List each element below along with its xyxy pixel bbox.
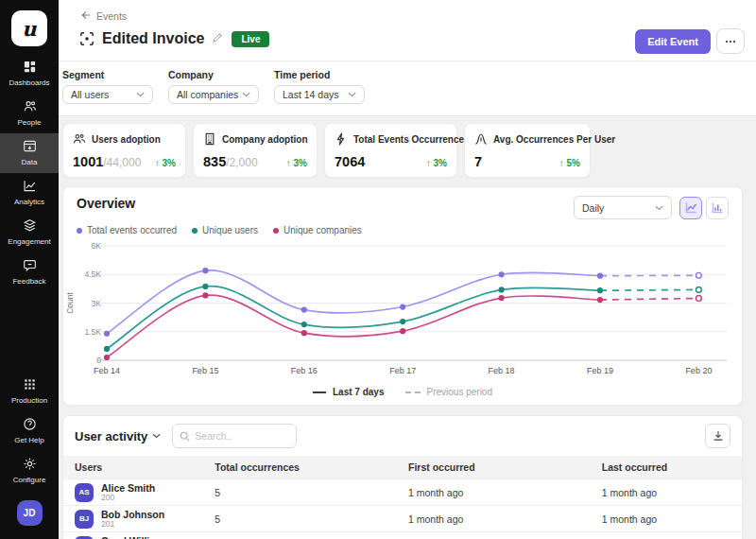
svg-text:3K: 3K xyxy=(92,299,102,308)
user-activity-title: User activity xyxy=(75,429,147,443)
search-icon xyxy=(180,431,190,442)
chat-bubble-icon xyxy=(23,258,37,274)
sidebar-nav: Dashboards People Data Analytics Engagem… xyxy=(0,54,59,292)
chevron-down-icon xyxy=(152,433,161,439)
arrow-up-icon: ↑ xyxy=(155,158,160,168)
sidebar-item-engagement[interactable]: Engagement xyxy=(0,213,59,252)
chevron-down-icon xyxy=(655,205,663,211)
svg-text:Feb 15: Feb 15 xyxy=(192,366,218,375)
bar-chart-icon xyxy=(712,201,724,214)
sidebar-item-get-help[interactable]: Get Help xyxy=(0,411,59,451)
legend-dot xyxy=(273,228,279,234)
back-to-events[interactable]: Events xyxy=(79,9,743,23)
stat-card-total-events: Total Events Occurrence 7064 ↑ 3% xyxy=(324,123,457,178)
sidebar-item-dashboards[interactable]: Dashboards xyxy=(0,54,59,94)
cell-occurrences: 5 xyxy=(215,513,408,525)
sidebar-item-analytics[interactable]: Analytics xyxy=(0,173,59,213)
time-period-select[interactable]: Last 14 days xyxy=(274,85,365,104)
cell-first-occurred: 1 month ago xyxy=(408,513,602,525)
edit-title-icon[interactable] xyxy=(212,30,224,47)
stat-value: 7064 xyxy=(335,154,365,169)
sidebar-item-feedback[interactable]: Feedback xyxy=(0,252,59,292)
company-select-value: All companies xyxy=(177,89,238,100)
svg-text:Feb 19: Feb 19 xyxy=(587,366,613,375)
user-activity-table: Users Total occurrences First occurred L… xyxy=(63,456,742,539)
legend-item: Unique users xyxy=(192,225,258,235)
bar-chart-toggle[interactable] xyxy=(706,197,729,219)
legend-item: Total events occurred xyxy=(77,225,177,235)
grid-dots-icon xyxy=(23,377,37,393)
table-row[interactable]: CW Carol Williams202 5 1 month ago 1 mon… xyxy=(63,531,742,539)
download-button[interactable] xyxy=(705,424,730,448)
sidebar-item-label: People xyxy=(18,118,42,127)
arrow-up-icon: ↑ xyxy=(559,158,564,168)
svg-text:Feb 20: Feb 20 xyxy=(685,366,712,375)
line-chart-toggle[interactable] xyxy=(679,197,702,219)
status-badge: Live xyxy=(232,31,269,47)
company-filter-label: Company xyxy=(168,69,259,80)
sidebar-item-label: Production xyxy=(11,396,47,405)
sidebar-bottom-nav: Production Get Help Configure xyxy=(0,372,59,491)
chevron-down-icon xyxy=(136,92,145,97)
more-options-button[interactable] xyxy=(716,28,745,54)
people-icon xyxy=(23,99,37,115)
user-activity-selector[interactable]: User activity xyxy=(75,429,161,443)
granularity-select[interactable]: Daily xyxy=(574,196,672,219)
page-header: Events Edited Invoice Live Edit Event xyxy=(59,0,756,61)
app-logo[interactable]: u xyxy=(11,10,47,46)
search-input[interactable] xyxy=(195,430,289,442)
stat-denominator: /44,000 xyxy=(103,156,141,169)
arrow-up-icon: ↑ xyxy=(426,158,431,168)
building-icon xyxy=(203,132,216,146)
svg-text:Feb 18: Feb 18 xyxy=(489,366,515,375)
user-id: 201 xyxy=(101,520,164,529)
time-period-select-value: Last 14 days xyxy=(283,89,339,100)
table-row[interactable]: BJ Bob Johnson201 5 1 month ago 1 month … xyxy=(63,505,742,531)
segment-select-value: All users xyxy=(71,89,109,100)
svg-text:Feb 14: Feb 14 xyxy=(94,366,120,375)
filter-bar: Segment All users Company All companies … xyxy=(59,61,756,116)
sidebar-item-label: Dashboards xyxy=(9,78,49,87)
chart-legend: Total events occurred Unique users Uniqu… xyxy=(63,219,742,237)
user-avatar[interactable]: JD xyxy=(17,500,43,526)
back-label: Events xyxy=(96,10,127,22)
svg-text:Feb 17: Feb 17 xyxy=(389,366,416,375)
cell-occurrences: 5 xyxy=(215,487,408,498)
user-name: Carol Williams xyxy=(101,535,169,539)
sidebar-item-label: Data xyxy=(22,158,38,166)
stat-card-avg-occurrences: Avg. Occurrences Per User 7 ↑ 5% xyxy=(464,123,591,178)
segment-select[interactable]: All users xyxy=(62,85,153,104)
svg-text:6K: 6K xyxy=(92,241,102,251)
users-group-icon xyxy=(73,132,86,146)
time-period-filter-label: Time period xyxy=(274,69,365,80)
sidebar-item-people[interactable]: People xyxy=(0,94,59,133)
table-row[interactable]: AS Alice Smith200 5 1 month ago 1 month … xyxy=(63,478,742,505)
sidebar-item-label: Engagement xyxy=(8,237,50,246)
stat-denominator: /2,000 xyxy=(226,156,257,169)
sidebar-item-data[interactable]: Data xyxy=(0,133,59,173)
sidebar-item-configure[interactable]: Configure xyxy=(0,451,59,491)
stat-value: 1001 xyxy=(73,154,103,169)
line-chart: 01.5K3K4.5K6KCountFeb 14Feb 15Feb 16Feb … xyxy=(63,239,742,385)
company-select[interactable]: All companies xyxy=(168,85,259,104)
stat-value: 7 xyxy=(474,154,482,169)
cell-last-occurred: 1 month ago xyxy=(602,513,742,525)
column-header-first-occurred: First occurred xyxy=(408,461,602,473)
svg-text:Feb 16: Feb 16 xyxy=(291,366,318,375)
avatar: CW xyxy=(75,536,94,539)
edit-event-button[interactable]: Edit Event xyxy=(635,29,711,54)
chart-type-toggle xyxy=(679,197,729,219)
avatar: AS xyxy=(75,483,94,502)
line-chart-icon xyxy=(685,201,697,214)
back-arrow-icon xyxy=(79,9,91,23)
cell-last-occurred: 1 month ago xyxy=(602,487,742,498)
arrow-up-icon: ↑ xyxy=(286,158,291,168)
layers-icon xyxy=(23,218,37,235)
user-activity-card: User activity Users Total occurrences Fi… xyxy=(62,415,743,539)
legend-dot xyxy=(192,228,198,234)
sidebar-item-label: Configure xyxy=(13,476,46,484)
stat-card-company-adoption: Company adoption 835/2,000 ↑ 3% xyxy=(193,123,318,178)
sidebar-item-label: Get Help xyxy=(14,436,44,444)
sidebar-item-label: Analytics xyxy=(14,198,44,206)
sidebar-item-production[interactable]: Production xyxy=(0,372,59,411)
